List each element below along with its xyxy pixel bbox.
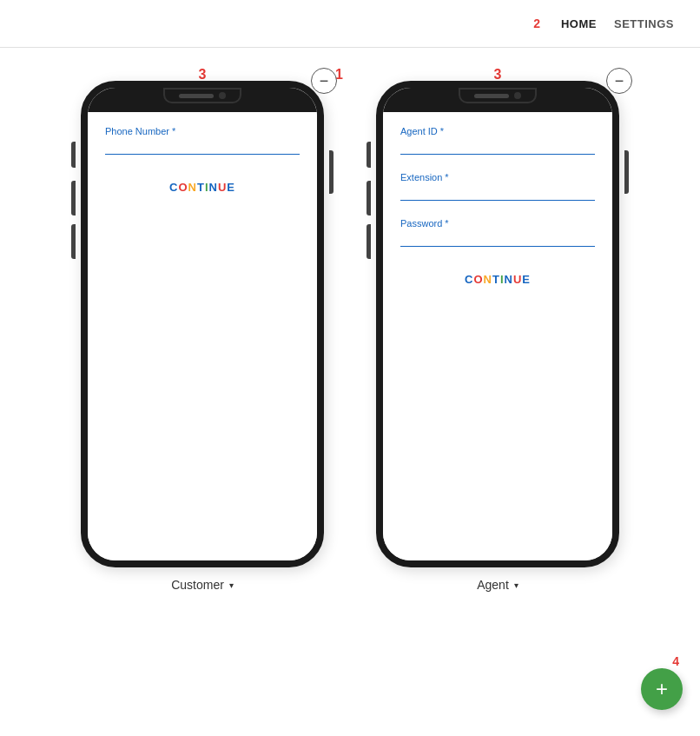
agent-phone-screen: Agent ID * Extension * Password * CONTIN…: [383, 112, 612, 560]
notch-pill: [163, 88, 241, 103]
phone-left-btn-2: [71, 181, 76, 215]
main-content: 1 3 − Phone N: [0, 48, 700, 736]
phone-left-btn-1: [71, 142, 76, 168]
add-device-fab[interactable]: +: [641, 668, 683, 710]
notch-camera: [219, 92, 226, 99]
phone-notch: [88, 88, 317, 112]
agent-phone-wrapper: − Agent ID *: [376, 81, 619, 567]
password-underline: [400, 246, 595, 247]
agent-continue-button[interactable]: CONTINUE: [400, 273, 595, 286]
customer-phone-frame: Phone Number * CONTINUE: [81, 81, 324, 567]
customer-continue-button[interactable]: CONTINUE: [105, 181, 300, 194]
header-nav: 2 HOME SETTINGS: [533, 17, 674, 30]
agent-phone-right-btn: [624, 150, 629, 194]
agent-id-underline: [400, 154, 595, 155]
extension-field: Extension *: [400, 172, 595, 201]
agent-phone-frame: Agent ID * Extension * Password * CONTIN…: [376, 81, 619, 567]
password-label: Password *: [400, 218, 595, 229]
header: 2 HOME SETTINGS: [0, 0, 700, 48]
phone-number-label: Phone Number *: [105, 126, 300, 136]
customer-phone-wrapper: − Phone Number *: [81, 81, 324, 567]
customer-phone-container: 1 3 − Phone N: [81, 74, 324, 592]
customer-phone-screen: Phone Number * CONTINUE: [88, 112, 317, 560]
agent-notch-camera: [514, 92, 521, 99]
agent-dropdown-arrow: ▾: [514, 580, 518, 590]
fab-number-badge: 4: [672, 654, 679, 668]
customer-minus-button[interactable]: −: [311, 68, 337, 94]
extension-underline: [400, 200, 595, 201]
phone-number-field: Phone Number *: [105, 126, 300, 155]
agent-label-text: Agent: [477, 578, 509, 592]
customer-device-label[interactable]: Customer ▾: [171, 578, 234, 592]
agent-minus-button[interactable]: −: [606, 68, 632, 94]
notch-speaker: [179, 94, 214, 98]
extension-label: Extension *: [400, 172, 595, 182]
agent-id-field: Agent ID *: [400, 126, 595, 155]
nav-number-2: 2: [533, 17, 540, 30]
agent-notch-pill: [459, 88, 537, 103]
agent-id-label: Agent ID *: [400, 126, 595, 136]
phone-left-btn-3: [71, 224, 76, 259]
phone-number-underline: [105, 154, 300, 155]
agent-phone-left-btn-1: [367, 142, 371, 168]
nav-settings[interactable]: SETTINGS: [614, 17, 674, 30]
nav-home[interactable]: HOME: [561, 17, 597, 30]
agent-notch-speaker: [474, 94, 509, 98]
customer-dropdown-arrow: ▾: [229, 580, 234, 590]
agent-device-label[interactable]: Agent ▾: [477, 578, 518, 592]
phone-right-btn: [329, 150, 333, 194]
agent-phone-left-btn-3: [367, 224, 371, 259]
agent-phone-container: 3 − Agent ID *: [376, 74, 619, 592]
agent-phone-notch: [383, 88, 612, 112]
agent-phone-left-btn-2: [367, 181, 371, 215]
password-field: Password *: [400, 218, 595, 247]
customer-label-text: Customer: [171, 578, 224, 592]
